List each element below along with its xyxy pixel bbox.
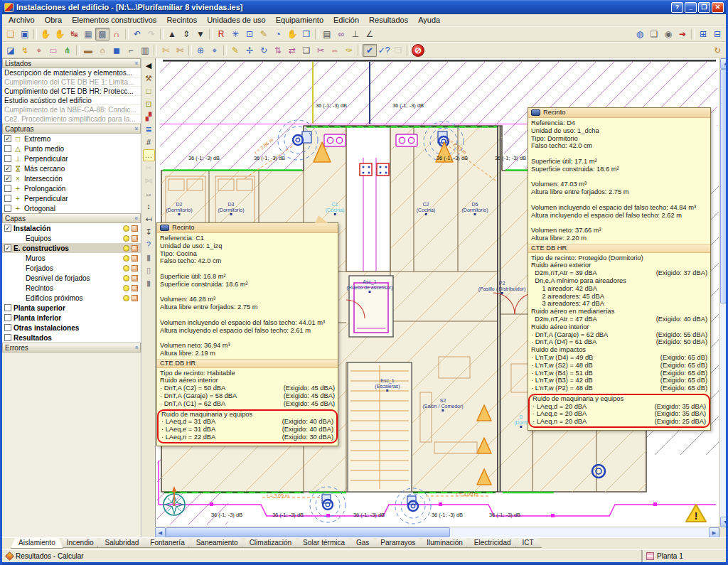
toggle-planta-inferior[interactable]: Planta inferior (2, 313, 141, 323)
layer-3d-icon[interactable] (132, 285, 138, 291)
views-button[interactable]: ▤ (320, 28, 334, 41)
zoom-previous-button[interactable]: R (214, 28, 228, 41)
captura-prolongacion[interactable]: +Prolongación (2, 183, 141, 193)
toggle-planta-superior[interactable]: Planta superior (2, 303, 141, 313)
layer-visibility-icon[interactable] (123, 255, 129, 262)
layer-3d-icon[interactable] (132, 275, 138, 281)
config-tools-button[interactable]: ⚒ (143, 72, 155, 85)
delete-button[interactable]: ✂ (314, 44, 328, 57)
layer-3d-icon[interactable] (132, 235, 138, 242)
checkbox[interactable] (4, 304, 11, 311)
layer-visibility-icon[interactable] (123, 275, 129, 281)
undo-button[interactable]: ↶ (130, 28, 144, 41)
tab-fontaneria[interactable]: Fontanería (142, 538, 192, 548)
scroll-thumb[interactable] (166, 527, 450, 537)
capas-header[interactable]: Capas» (2, 213, 141, 223)
captura-perpendicular-2[interactable]: +Perpendicular (2, 193, 141, 203)
redo-button[interactable]: ↷ (144, 28, 159, 41)
capa-recintos[interactable]: Recintos (2, 283, 141, 293)
search-button[interactable]: ◔ (271, 28, 285, 41)
restore-button[interactable]: ❐ (698, 2, 710, 13)
capturas-header[interactable]: Capturas» (2, 124, 141, 134)
minimize-button[interactable]: _ (685, 2, 697, 13)
capa-forjados[interactable]: Forjados (2, 263, 141, 273)
layer-3d-icon[interactable] (132, 265, 138, 271)
help-button[interactable]: ? (671, 2, 683, 13)
furniture-button[interactable]: ⌂ (95, 44, 109, 57)
capture-button[interactable]: ◉ (661, 28, 675, 41)
layer-3d-icon[interactable] (132, 225, 138, 232)
region-button[interactable]: ▭ (46, 44, 60, 57)
layer-visibility-icon[interactable] (123, 285, 129, 291)
layout-config-button[interactable]: ⊞ (696, 28, 710, 41)
info-bubble-button[interactable]: … (143, 149, 155, 161)
zoom-window-button[interactable]: ⊡ (242, 28, 257, 41)
layout-window-button[interactable]: ⊟ (710, 28, 724, 41)
capa-equipos[interactable]: Equipos (2, 233, 141, 243)
update-results-button[interactable]: ↻ (710, 44, 724, 57)
print-button[interactable]: ❏ (647, 28, 661, 41)
layer-3d-icon[interactable] (132, 245, 138, 252)
layer-visibility-icon[interactable] (123, 225, 129, 232)
check-off-button[interactable]: ❒ (391, 44, 405, 57)
floor-selector[interactable]: Planta 1 (642, 550, 726, 562)
drawing-canvas[interactable]: ! D2(Dormitorio)D3(Dormitorio)C1(Cocina)… (155, 58, 719, 527)
cut-tool-button[interactable]: ✂ (143, 162, 155, 174)
save-button[interactable]: ▣ (18, 28, 32, 41)
templates-button[interactable]: ▦ (81, 28, 95, 41)
tab-ict[interactable]: ICT (515, 538, 542, 548)
listado-ce2[interactable]: Ce2. Procedimiento simplificado para la.… (2, 114, 141, 124)
tab-pararrayos[interactable]: Pararrayos (373, 538, 423, 548)
checkbox[interactable] (4, 195, 11, 202)
tab-climatizacion[interactable]: Climatización (242, 538, 299, 548)
checkbox[interactable] (4, 175, 11, 182)
menu-recintos[interactable]: Recintos (161, 15, 202, 25)
tab-electricidad[interactable]: Electricidad (466, 538, 519, 548)
column-tool-2[interactable]: ▯ (143, 264, 155, 276)
dimensions-button[interactable]: ↹ (67, 28, 81, 41)
column-tool-3[interactable]: ▮ (143, 277, 155, 289)
layer-3d-icon[interactable] (132, 255, 138, 262)
join-tool-button[interactable]: ⋈ (143, 175, 155, 187)
scroll-thumb[interactable] (720, 69, 728, 303)
toggle-resultados[interactable]: Resultados (2, 333, 141, 343)
tab-solar-termica[interactable]: Solar térmica (295, 538, 353, 548)
close-button[interactable]: ✕ (712, 2, 724, 13)
errores-header[interactable]: Errores» (2, 343, 141, 353)
scroll-left-button[interactable]: ◀ (155, 527, 166, 538)
panel-button[interactable]: ◼ (109, 44, 124, 57)
layer-visibility-icon[interactable] (123, 245, 129, 252)
menu-resultados[interactable]: Resultados (364, 15, 413, 25)
new-view-button[interactable]: ❒ (299, 28, 314, 41)
tab-gas[interactable]: Gas (348, 538, 377, 548)
zoom-all-button[interactable]: ✳ (228, 28, 242, 41)
captura-extremo[interactable]: □Extremo (2, 134, 141, 144)
menu-equipamiento[interactable]: Equipamiento (271, 15, 328, 25)
capa-desnivel-forjados[interactable]: Desnivel de forjados (2, 273, 141, 283)
listados-header[interactable]: Listados» (2, 58, 141, 68)
tab-aislamiento[interactable]: Aislamiento (11, 538, 63, 549)
draw-button[interactable]: ✎ (228, 44, 242, 57)
collapse-panel-button[interactable]: ◀ (143, 60, 155, 72)
layer-frame-button[interactable]: □ (143, 85, 155, 97)
captura-ortogonal[interactable]: +Ortogonal (2, 203, 141, 213)
node-button[interactable]: ⌖ (32, 44, 46, 57)
layer-visibility-icon[interactable] (123, 295, 129, 301)
checkbox[interactable] (4, 334, 11, 341)
tab-salubridad[interactable]: Salubridad (97, 538, 147, 548)
link-views-button[interactable]: ∞ (334, 28, 348, 41)
listado-cte-he1[interactable]: Cumplimiento del CTE DB HE 1: Limita... (2, 77, 141, 87)
checkbox[interactable] (4, 165, 11, 172)
layer-visibility-icon[interactable] (123, 235, 129, 242)
center-button[interactable]: ⊕ (193, 44, 208, 57)
menu-edicion[interactable]: Edición (328, 15, 364, 25)
listado-descripcion-materiales[interactable]: Descripción de materiales y elementos... (2, 68, 141, 77)
energy-button[interactable]: ↯ (18, 44, 32, 57)
layer-3d-icon[interactable] (132, 295, 138, 301)
checkbox[interactable] (4, 205, 11, 212)
menu-unidades-de-uso[interactable]: Unidades de uso (202, 15, 271, 25)
stretch-h-button[interactable]: ↔ (143, 188, 155, 200)
snap-magnet-button[interactable]: ∩ (109, 28, 124, 41)
horizontal-scrollbar[interactable]: ◀ ▶ (155, 527, 719, 537)
check-results-button[interactable]: ✔ (363, 44, 377, 57)
